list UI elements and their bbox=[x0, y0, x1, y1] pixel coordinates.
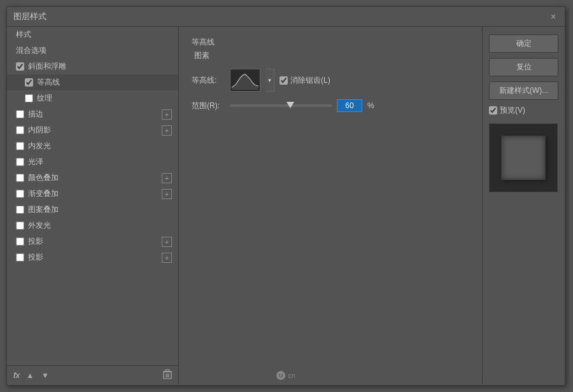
sidebar-item-inner-shadow[interactable]: 内阴影 + bbox=[7, 122, 178, 138]
inner-shadow-label: 内阴影 bbox=[28, 125, 162, 136]
contour-preview-button[interactable] bbox=[230, 69, 260, 92]
sidebar-item-satin[interactable]: 光泽 bbox=[7, 154, 178, 170]
texture-checkbox[interactable] bbox=[25, 94, 33, 102]
right-panel: 确定 复位 新建样式(W)... 预览(V) bbox=[482, 27, 565, 384]
outer-glow-label: 外发光 bbox=[28, 220, 172, 231]
new-style-button[interactable]: 新建样式(W)... bbox=[489, 81, 558, 100]
sidebar-item-blending[interactable]: 混合选项 bbox=[7, 43, 178, 59]
anti-alias-text: 消除锯齿(L) bbox=[290, 75, 330, 86]
blending-label: 混合选项 bbox=[16, 45, 172, 56]
color-overlay-label: 颜色叠加 bbox=[28, 172, 162, 183]
range-unit: % bbox=[367, 101, 374, 110]
pattern-overlay-label: 图案叠加 bbox=[28, 204, 172, 215]
watermark-icon: U bbox=[276, 371, 285, 380]
inner-shadow-plus-icon[interactable]: + bbox=[162, 125, 172, 136]
sidebar-item-inner-glow[interactable]: 内发光 bbox=[7, 138, 178, 154]
fx-button[interactable]: fx bbox=[13, 370, 20, 380]
pattern-overlay-checkbox[interactable] bbox=[16, 206, 24, 214]
gradient-overlay-label: 渐变叠加 bbox=[28, 188, 162, 199]
bevel-label: 斜面和浮雕 bbox=[28, 61, 172, 72]
stroke-plus-icon[interactable]: + bbox=[162, 109, 172, 120]
color-overlay-plus-icon[interactable]: + bbox=[162, 173, 172, 183]
sidebar-item-drop-shadow-2[interactable]: 投影 + bbox=[7, 249, 178, 265]
sidebar-item-style[interactable]: 样式 bbox=[7, 27, 178, 43]
stroke-checkbox[interactable] bbox=[16, 110, 24, 118]
sidebar-item-stroke[interactable]: 描边 + bbox=[7, 106, 178, 122]
drop-shadow-2-plus-icon[interactable]: + bbox=[162, 253, 172, 263]
sidebar-item-drop-shadow-1[interactable]: 投影 + bbox=[7, 234, 178, 249]
range-slider[interactable] bbox=[230, 104, 332, 107]
drop-shadow-1-checkbox[interactable] bbox=[16, 237, 24, 246]
range-row: 范围(R): 60 % bbox=[192, 99, 469, 112]
preview-inner bbox=[501, 136, 546, 180]
sidebar-item-color-overlay[interactable]: 颜色叠加 + bbox=[7, 170, 178, 186]
sidebar-item-gradient-overlay[interactable]: 渐变叠加 + bbox=[7, 186, 178, 202]
style-label: 样式 bbox=[16, 29, 172, 40]
titlebar: 图层样式 × bbox=[7, 7, 565, 27]
dialog-content: 样式 混合选项 斜面和浮雕 等高线 纹 bbox=[7, 27, 565, 384]
preview-label[interactable]: 预览(V) bbox=[489, 105, 558, 116]
satin-label: 光泽 bbox=[28, 157, 172, 167]
section-title: 等高线 bbox=[192, 37, 469, 48]
range-input[interactable]: 60 bbox=[337, 99, 362, 112]
preview-checkbox[interactable] bbox=[489, 106, 497, 115]
preview-text: 预览(V) bbox=[500, 105, 525, 116]
inner-glow-checkbox[interactable] bbox=[16, 142, 24, 150]
texture-label: 纹理 bbox=[37, 93, 172, 104]
move-down-button[interactable]: ▼ bbox=[40, 371, 50, 380]
anti-alias-checkbox[interactable] bbox=[279, 76, 288, 85]
sidebar-item-outer-glow[interactable]: 外发光 bbox=[7, 218, 178, 234]
left-panel-toolbar: fx ▲ ▼ bbox=[7, 365, 178, 384]
close-button[interactable]: × bbox=[548, 11, 558, 22]
ok-button[interactable]: 确定 bbox=[489, 34, 558, 53]
left-panel: 样式 混合选项 斜面和浮雕 等高线 纹 bbox=[7, 27, 179, 384]
bevel-checkbox[interactable] bbox=[16, 62, 24, 71]
drop-shadow-2-checkbox[interactable] bbox=[16, 253, 24, 262]
satin-checkbox[interactable] bbox=[16, 158, 24, 166]
gradient-overlay-plus-icon[interactable]: + bbox=[162, 189, 172, 199]
inner-glow-label: 内发光 bbox=[28, 141, 172, 151]
outer-glow-checkbox[interactable] bbox=[16, 221, 24, 230]
contour-checkbox[interactable] bbox=[25, 78, 33, 87]
drop-shadow-1-label: 投影 bbox=[28, 236, 162, 247]
contour-row: 等高线: ▼ 消除锯齿(L) bbox=[192, 69, 469, 92]
delete-button[interactable] bbox=[163, 369, 172, 381]
sidebar-item-pattern-overlay[interactable]: 图案叠加 bbox=[7, 202, 178, 218]
svg-rect-5 bbox=[166, 370, 169, 372]
drop-shadow-2-label: 投影 bbox=[28, 252, 162, 263]
layer-list: 样式 混合选项 斜面和浮雕 等高线 纹 bbox=[7, 27, 178, 365]
contour-row-label: 等高线: bbox=[192, 75, 225, 86]
sidebar-item-bevel[interactable]: 斜面和浮雕 bbox=[7, 59, 178, 74]
middle-panel: 等高线 图素 等高线: ▼ 消除锯齿(L) bbox=[179, 27, 482, 384]
gradient-overlay-checkbox[interactable] bbox=[16, 190, 24, 198]
contour-label: 等高线 bbox=[37, 77, 172, 88]
anti-alias-label[interactable]: 消除锯齿(L) bbox=[279, 75, 330, 86]
watermark-text: cn bbox=[288, 372, 295, 379]
drop-shadow-1-plus-icon[interactable]: + bbox=[162, 237, 172, 247]
watermark: U cn bbox=[276, 371, 295, 380]
contour-dropdown-button[interactable]: ▼ bbox=[265, 69, 274, 92]
color-overlay-checkbox[interactable] bbox=[16, 174, 24, 182]
sub-title: 图素 bbox=[194, 50, 469, 61]
sidebar-item-texture[interactable]: 纹理 bbox=[7, 90, 178, 106]
layer-style-dialog: 图层样式 × 样式 混合选项 斜面和浮雕 bbox=[6, 6, 565, 386]
sidebar-item-contour[interactable]: 等高线 bbox=[7, 74, 178, 90]
preview-box bbox=[489, 123, 558, 192]
reset-button[interactable]: 复位 bbox=[489, 58, 558, 76]
inner-shadow-checkbox[interactable] bbox=[16, 126, 24, 134]
stroke-label: 描边 bbox=[28, 109, 162, 120]
move-up-button[interactable]: ▲ bbox=[25, 371, 35, 380]
range-row-label: 范围(R): bbox=[192, 101, 225, 111]
dialog-title: 图层样式 bbox=[13, 11, 46, 22]
